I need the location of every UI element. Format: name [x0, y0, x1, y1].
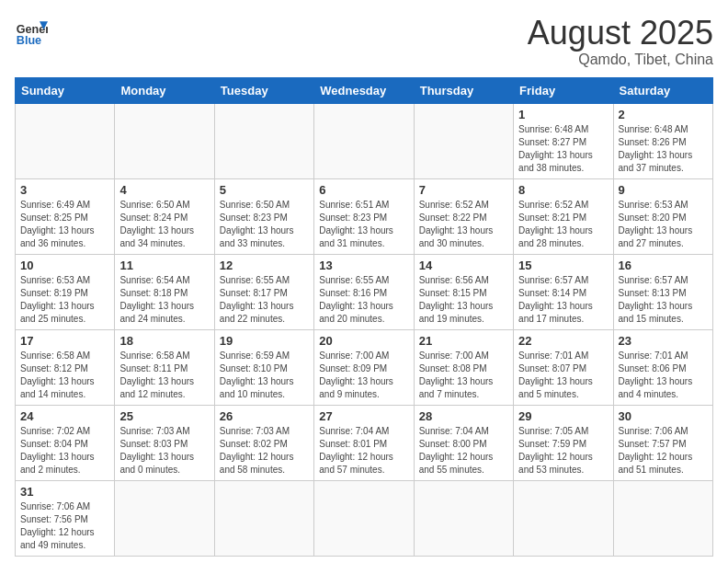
day-number: 3 [20, 183, 109, 197]
day-number: 8 [518, 183, 608, 197]
calendar-cell [514, 480, 613, 556]
svg-text:Blue: Blue [17, 34, 41, 47]
calendar-cell: 13Sunrise: 6:55 AM Sunset: 8:16 PM Dayli… [314, 254, 414, 329]
week-row-1: 3Sunrise: 6:49 AM Sunset: 8:25 PM Daylig… [16, 178, 713, 254]
week-row-2: 10Sunrise: 6:53 AM Sunset: 8:19 PM Dayli… [16, 254, 713, 329]
day-number: 2 [619, 108, 708, 121]
week-row-3: 17Sunrise: 6:58 AM Sunset: 8:12 PM Dayli… [16, 329, 713, 405]
calendar-table: SundayMondayTuesdayWednesdayThursdayFrid… [15, 77, 713, 557]
day-header-monday: Monday [115, 77, 214, 103]
calendar-cell: 26Sunrise: 7:03 AM Sunset: 8:02 PM Dayli… [214, 405, 313, 480]
day-number: 18 [119, 334, 209, 348]
calendar-cell: 23Sunrise: 7:01 AM Sunset: 8:06 PM Dayli… [613, 329, 712, 405]
week-row-5: 31Sunrise: 7:06 AM Sunset: 7:56 PM Dayli… [16, 480, 713, 556]
day-number: 14 [419, 259, 508, 272]
calendar-cell: 3Sunrise: 6:49 AM Sunset: 8:25 PM Daylig… [16, 178, 115, 254]
day-info: Sunrise: 7:00 AM Sunset: 8:09 PM Dayligh… [319, 350, 408, 401]
calendar-cell: 1Sunrise: 6:48 AM Sunset: 8:27 PM Daylig… [514, 103, 613, 178]
day-number: 9 [619, 183, 708, 197]
day-info: Sunrise: 6:52 AM Sunset: 8:21 PM Dayligh… [518, 199, 608, 250]
day-number: 17 [20, 334, 109, 348]
calendar-cell: 21Sunrise: 7:00 AM Sunset: 8:08 PM Dayli… [414, 329, 513, 405]
day-info: Sunrise: 6:53 AM Sunset: 8:19 PM Dayligh… [20, 274, 109, 326]
day-info: Sunrise: 7:04 AM Sunset: 8:01 PM Dayligh… [319, 425, 408, 477]
day-info: Sunrise: 6:58 AM Sunset: 8:11 PM Dayligh… [119, 350, 209, 401]
calendar-cell: 31Sunrise: 7:06 AM Sunset: 7:56 PM Dayli… [16, 480, 115, 556]
page-header: General Blue General Blue August 2025 Qa… [15, 15, 713, 68]
day-info: Sunrise: 6:57 AM Sunset: 8:14 PM Dayligh… [518, 274, 608, 326]
day-info: Sunrise: 7:01 AM Sunset: 8:06 PM Dayligh… [619, 350, 708, 401]
calendar-cell: 18Sunrise: 6:58 AM Sunset: 8:11 PM Dayli… [115, 329, 214, 405]
day-number: 5 [220, 183, 309, 197]
calendar-cell [214, 103, 313, 178]
day-header-friday: Friday [514, 77, 613, 103]
title-block: August 2025 Qamdo, Tibet, China [528, 15, 713, 68]
day-info: Sunrise: 6:59 AM Sunset: 8:10 PM Dayligh… [220, 350, 309, 401]
day-number: 12 [220, 259, 309, 272]
day-info: Sunrise: 7:06 AM Sunset: 7:57 PM Dayligh… [619, 425, 708, 477]
days-header-row: SundayMondayTuesdayWednesdayThursdayFrid… [16, 77, 713, 103]
week-row-0: 1Sunrise: 6:48 AM Sunset: 8:27 PM Daylig… [16, 103, 713, 178]
day-info: Sunrise: 6:54 AM Sunset: 8:18 PM Dayligh… [119, 274, 209, 326]
day-info: Sunrise: 7:02 AM Sunset: 8:04 PM Dayligh… [20, 425, 109, 477]
calendar-cell: 25Sunrise: 7:03 AM Sunset: 8:03 PM Dayli… [115, 405, 214, 480]
week-row-4: 24Sunrise: 7:02 AM Sunset: 8:04 PM Dayli… [16, 405, 713, 480]
day-number: 15 [518, 259, 608, 272]
day-header-thursday: Thursday [414, 77, 513, 103]
calendar-cell: 29Sunrise: 7:05 AM Sunset: 7:59 PM Dayli… [514, 405, 613, 480]
day-number: 24 [20, 409, 109, 423]
day-number: 20 [319, 334, 408, 348]
calendar-cell: 24Sunrise: 7:02 AM Sunset: 8:04 PM Dayli… [16, 405, 115, 480]
day-number: 10 [20, 259, 109, 272]
day-info: Sunrise: 7:04 AM Sunset: 8:00 PM Dayligh… [419, 425, 508, 477]
calendar-title: August 2025 [528, 15, 713, 52]
day-number: 7 [419, 183, 508, 197]
day-info: Sunrise: 6:55 AM Sunset: 8:16 PM Dayligh… [319, 274, 408, 326]
calendar-cell: 22Sunrise: 7:01 AM Sunset: 8:07 PM Dayli… [514, 329, 613, 405]
calendar-cell: 15Sunrise: 6:57 AM Sunset: 8:14 PM Dayli… [514, 254, 613, 329]
calendar-cell: 12Sunrise: 6:55 AM Sunset: 8:17 PM Dayli… [214, 254, 313, 329]
calendar-cell [414, 480, 513, 556]
calendar-cell: 2Sunrise: 6:48 AM Sunset: 8:26 PM Daylig… [613, 103, 712, 178]
day-info: Sunrise: 6:50 AM Sunset: 8:24 PM Dayligh… [119, 199, 209, 250]
calendar-cell: 30Sunrise: 7:06 AM Sunset: 7:57 PM Dayli… [613, 405, 712, 480]
day-info: Sunrise: 6:48 AM Sunset: 8:26 PM Dayligh… [619, 123, 708, 175]
day-info: Sunrise: 6:56 AM Sunset: 8:15 PM Dayligh… [419, 274, 508, 326]
day-number: 21 [419, 334, 508, 348]
calendar-cell: 4Sunrise: 6:50 AM Sunset: 8:24 PM Daylig… [115, 178, 214, 254]
day-info: Sunrise: 6:51 AM Sunset: 8:23 PM Dayligh… [319, 199, 408, 250]
day-header-wednesday: Wednesday [314, 77, 414, 103]
day-header-tuesday: Tuesday [214, 77, 313, 103]
day-info: Sunrise: 6:58 AM Sunset: 8:12 PM Dayligh… [20, 350, 109, 401]
calendar-cell: 8Sunrise: 6:52 AM Sunset: 8:21 PM Daylig… [514, 178, 613, 254]
day-info: Sunrise: 6:57 AM Sunset: 8:13 PM Dayligh… [619, 274, 708, 326]
calendar-cell: 19Sunrise: 6:59 AM Sunset: 8:10 PM Dayli… [214, 329, 313, 405]
calendar-cell: 7Sunrise: 6:52 AM Sunset: 8:22 PM Daylig… [414, 178, 513, 254]
calendar-cell [115, 480, 214, 556]
calendar-cell: 28Sunrise: 7:04 AM Sunset: 8:00 PM Dayli… [414, 405, 513, 480]
day-number: 4 [119, 183, 209, 197]
day-info: Sunrise: 6:50 AM Sunset: 8:23 PM Dayligh… [220, 199, 309, 250]
calendar-cell: 5Sunrise: 6:50 AM Sunset: 8:23 PM Daylig… [214, 178, 313, 254]
calendar-cell: 10Sunrise: 6:53 AM Sunset: 8:19 PM Dayli… [16, 254, 115, 329]
day-number: 22 [518, 334, 608, 348]
day-number: 31 [20, 485, 109, 499]
logo-icon: General Blue [15, 15, 48, 48]
calendar-cell: 6Sunrise: 6:51 AM Sunset: 8:23 PM Daylig… [314, 178, 414, 254]
day-number: 29 [518, 409, 608, 423]
calendar-cell: 14Sunrise: 6:56 AM Sunset: 8:15 PM Dayli… [414, 254, 513, 329]
day-number: 25 [119, 409, 209, 423]
calendar-cell [214, 480, 313, 556]
day-number: 23 [619, 334, 708, 348]
day-info: Sunrise: 7:01 AM Sunset: 8:07 PM Dayligh… [518, 350, 608, 401]
day-number: 6 [319, 183, 408, 197]
day-info: Sunrise: 7:00 AM Sunset: 8:08 PM Dayligh… [419, 350, 508, 401]
day-number: 19 [220, 334, 309, 348]
day-number: 26 [220, 409, 309, 423]
calendar-cell [613, 480, 712, 556]
calendar-cell: 17Sunrise: 6:58 AM Sunset: 8:12 PM Dayli… [16, 329, 115, 405]
day-header-saturday: Saturday [613, 77, 712, 103]
day-number: 1 [518, 108, 608, 121]
day-number: 30 [619, 409, 708, 423]
calendar-cell: 20Sunrise: 7:00 AM Sunset: 8:09 PM Dayli… [314, 329, 414, 405]
